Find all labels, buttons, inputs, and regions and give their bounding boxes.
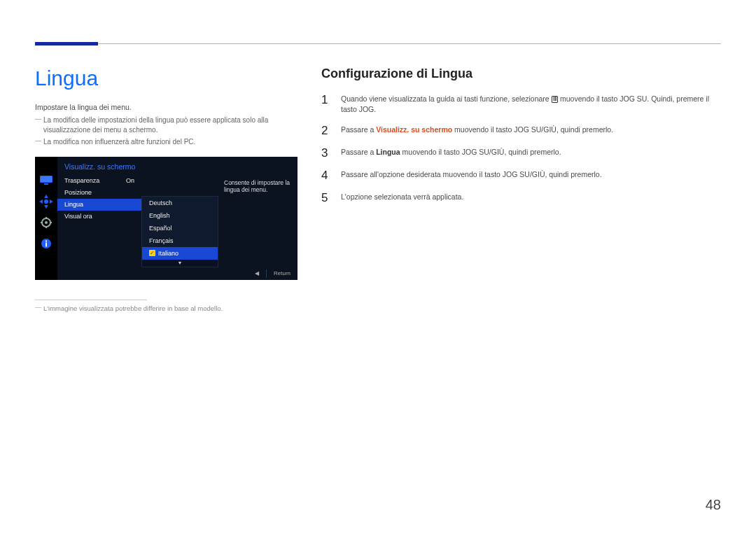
page-number: 48 xyxy=(706,497,721,513)
osd-row-label: Visual ora xyxy=(64,213,92,220)
osd-row-label: Trasparenza xyxy=(64,177,99,184)
divider xyxy=(35,300,147,300)
gear-icon xyxy=(39,216,53,230)
navigate-icon xyxy=(39,195,53,209)
step-text-frag: muovendo il tasto JOG SU/GIÙ, quindi pre… xyxy=(454,125,613,134)
info-icon xyxy=(39,237,53,251)
highlight-text: Visualizz. su schermo xyxy=(376,125,452,134)
right-column: Configurazione di Lingua 1 Quando viene … xyxy=(321,66,721,312)
step-number: 5 xyxy=(321,192,331,204)
svg-point-9 xyxy=(45,221,48,224)
osd-footer: ◀ Return xyxy=(57,267,298,280)
intro-text: Impostare la lingua dei menu. xyxy=(35,103,298,111)
osd-subrow-label: Deutsch xyxy=(149,199,172,206)
osd-row-visual-ora: Visual ora xyxy=(57,211,141,223)
osd-row-trasparenza: Trasparenza On xyxy=(57,175,141,187)
footnote: L'immagine visualizzata potrebbe differi… xyxy=(35,304,298,312)
osd-row-posizione: Posizione xyxy=(57,187,141,199)
osd-row-value: On xyxy=(126,177,134,184)
step-text-frag: Passare a xyxy=(341,125,376,134)
svg-rect-15 xyxy=(46,242,47,246)
osd-title: Visualizz. su schermo xyxy=(57,157,298,175)
svg-marker-5 xyxy=(44,205,48,209)
step-2: 2 Passare a Visualizz. su schermo muoven… xyxy=(321,125,721,136)
step-text: Passare a Lingua muovendo il tasto JOG S… xyxy=(341,147,561,157)
osd-subrow-label: Français xyxy=(149,237,174,244)
svg-marker-6 xyxy=(39,199,43,204)
config-heading: Configurazione di Lingua xyxy=(321,66,721,81)
osd-row-label: Lingua xyxy=(64,201,83,208)
osd-subrow-label: Español xyxy=(149,225,172,232)
osd-main: Visualizz. su schermo Trasparenza On Pos… xyxy=(57,157,298,280)
osd-subrow-deutsch: Deutsch xyxy=(142,197,218,209)
note-1: La modifica delle impostazioni della lin… xyxy=(35,115,298,134)
step-text-frag: muovendo il tasto JOG SU/GIÙ, quindi pre… xyxy=(402,148,561,156)
monitor-icon xyxy=(39,174,53,188)
osd-subrow-francais: Français xyxy=(142,234,218,247)
osd-description: Consente di impostare la lingua dei menu… xyxy=(218,175,298,267)
return-label: Return xyxy=(274,270,290,276)
scroll-down-icon: ▼ xyxy=(142,260,218,267)
step-text-frag: Passare a xyxy=(341,148,376,156)
step-text: Quando viene visualizzata la guida ai ta… xyxy=(341,94,721,114)
osd-row-lingua: Lingua xyxy=(57,199,141,211)
svg-rect-1 xyxy=(41,176,52,182)
osd-submenu: Deutsch English Español Français ✓ Itali… xyxy=(141,196,218,267)
menu-icon: ⅠⅠⅠ xyxy=(552,96,559,103)
step-text: Passare all'opzione desiderata muovendo … xyxy=(341,169,602,180)
section-heading: Lingua xyxy=(35,66,298,90)
step-text: Passare a Visualizz. su schermo muovendo… xyxy=(341,125,613,135)
step-number: 3 xyxy=(321,147,331,159)
osd-body: Trasparenza On Posizione Lingua Visual o… xyxy=(57,175,298,267)
svg-rect-16 xyxy=(46,240,47,241)
step-5: 5 L'opzione selezionata verrà applicata. xyxy=(321,192,721,204)
osd-subrow-italiano: ✓ Italiano xyxy=(142,247,218,260)
step-text: L'opzione selezionata verrà applicata. xyxy=(341,192,463,202)
osd-screenshot: Visualizz. su schermo Trasparenza On Pos… xyxy=(35,157,298,280)
osd-subrow-english: English xyxy=(142,209,218,222)
left-column: Lingua Impostare la lingua dei menu. La … xyxy=(35,66,298,312)
footer-separator xyxy=(266,269,267,278)
step-number: 1 xyxy=(321,94,331,106)
top-rule xyxy=(35,43,721,44)
svg-marker-7 xyxy=(50,199,53,204)
step-number: 4 xyxy=(321,169,331,181)
osd-subrow-label: Italiano xyxy=(158,250,178,257)
svg-marker-4 xyxy=(44,195,48,198)
top-rule-accent xyxy=(35,42,98,45)
step-3: 3 Passare a Lingua muovendo il tasto JOG… xyxy=(321,147,721,159)
back-icon: ◀ xyxy=(255,270,259,276)
osd-menu: Trasparenza On Posizione Lingua Visual o… xyxy=(57,175,141,267)
osd-sidebar xyxy=(35,157,57,280)
page-columns: Lingua Impostare la lingua dei menu. La … xyxy=(0,0,756,312)
step-text-frag: Quando viene visualizzata la guida ai ta… xyxy=(341,94,552,103)
step-number: 2 xyxy=(321,125,331,136)
osd-subrow-label: English xyxy=(149,212,170,219)
step-1: 1 Quando viene visualizzata la guida ai … xyxy=(321,94,721,114)
steps-list: 1 Quando viene visualizzata la guida ai … xyxy=(321,94,721,204)
bold-text: Lingua xyxy=(376,148,400,156)
note-2: La modifica non influenzerà altre funzio… xyxy=(35,137,298,147)
check-icon: ✓ xyxy=(149,250,155,256)
step-4: 4 Passare all'opzione desiderata muovend… xyxy=(321,169,721,181)
svg-point-3 xyxy=(44,199,48,204)
osd-subrow-espanol: Español xyxy=(142,222,218,234)
osd-row-label: Posizione xyxy=(64,189,92,196)
svg-rect-2 xyxy=(44,183,48,185)
